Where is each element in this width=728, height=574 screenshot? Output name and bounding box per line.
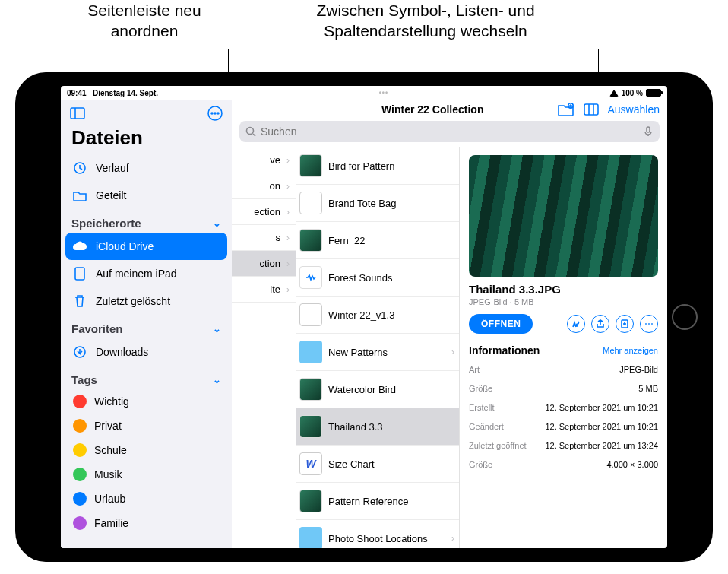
column-row[interactable]: s› bbox=[232, 225, 296, 251]
more-button[interactable]: ⋯ bbox=[640, 315, 658, 333]
file-preview[interactable] bbox=[469, 155, 658, 277]
battery-percent: 100 % bbox=[622, 89, 643, 97]
column-row[interactable]: Watercolor Bird bbox=[296, 371, 459, 408]
more-options-button[interactable] bbox=[206, 104, 224, 122]
row-label: ction bbox=[235, 258, 280, 269]
svg-line-16 bbox=[253, 134, 255, 136]
column-row[interactable]: ction› bbox=[232, 251, 296, 277]
sidebar-item-shared[interactable]: Geteilt bbox=[61, 182, 232, 209]
row-label: Bird for Pattern bbox=[328, 160, 454, 172]
mic-icon[interactable] bbox=[643, 126, 654, 137]
search-icon bbox=[245, 126, 256, 137]
chevron-right-icon: › bbox=[286, 233, 290, 243]
tag-label: Wichtig bbox=[94, 395, 129, 408]
sidebar-item-icloud-drive[interactable]: iCloud Drive bbox=[65, 233, 227, 260]
image-thumb bbox=[299, 229, 322, 252]
ipad-icon bbox=[71, 265, 88, 282]
row-label: ve bbox=[235, 154, 280, 166]
multitask-dots[interactable]: ••• bbox=[379, 89, 388, 97]
callout-sidebar-reorder: Seitenleiste neu anordnen bbox=[57, 0, 232, 42]
info-value: 4.000 × 3.000 bbox=[606, 460, 658, 469]
info-value: 5 MB bbox=[638, 384, 658, 393]
info-key: Art bbox=[469, 365, 480, 374]
row-label: ite bbox=[235, 284, 280, 295]
column-row[interactable]: Winter 22_v1.3 bbox=[296, 297, 459, 334]
tag-color-dot bbox=[73, 443, 87, 457]
sidebar-tag-item[interactable]: Wichtig bbox=[61, 389, 232, 414]
section-header-tags[interactable]: Tags ⌄ bbox=[61, 366, 232, 389]
row-label: Size Chart bbox=[328, 458, 454, 470]
info-key: Größe bbox=[469, 460, 492, 469]
new-folder-button[interactable] bbox=[558, 103, 574, 116]
sidebar-tag-item[interactable]: Urlaub bbox=[61, 487, 232, 511]
svg-point-3 bbox=[211, 113, 213, 114]
column-1: ve›on›ection›s›ction›ite› bbox=[232, 147, 296, 548]
sidebar-toggle-button[interactable] bbox=[68, 104, 87, 122]
row-label: Photo Shoot Locations bbox=[328, 533, 445, 544]
column-row[interactable]: Fern_22 bbox=[296, 222, 459, 259]
sidebar-item-recents[interactable]: Verlauf bbox=[61, 154, 232, 182]
row-label: Pattern Reference bbox=[328, 496, 454, 507]
battery-icon bbox=[646, 89, 661, 97]
info-title: Informationen bbox=[469, 344, 540, 357]
sidebar-item-trash[interactable]: Zuletzt gelöscht bbox=[61, 287, 232, 315]
info-value: 12. September 2021 um 13:24 bbox=[545, 441, 658, 450]
column-row[interactable]: Bird for Pattern bbox=[296, 147, 459, 185]
column-row[interactable]: Photo Shoot Locations› bbox=[296, 520, 459, 548]
section-label: Tags bbox=[71, 373, 97, 386]
sidebar-tag-item[interactable]: Schule bbox=[61, 438, 232, 462]
info-key: Erstellt bbox=[469, 403, 495, 412]
section-header-favorites[interactable]: Favoriten ⌄ bbox=[61, 315, 232, 338]
home-button[interactable] bbox=[672, 304, 698, 330]
show-more-link[interactable]: Mehr anzeigen bbox=[603, 346, 658, 355]
svg-rect-17 bbox=[647, 127, 650, 132]
column-row[interactable]: ite› bbox=[232, 277, 296, 303]
sidebar-title: Dateien bbox=[61, 125, 232, 154]
doc-icon bbox=[299, 192, 322, 214]
share-button[interactable] bbox=[591, 315, 609, 333]
select-button[interactable]: Auswählen bbox=[608, 103, 660, 116]
sidebar-item-label: Verlauf bbox=[96, 162, 129, 174]
column-row[interactable]: Forest Sounds bbox=[296, 259, 459, 297]
chevron-right-icon: › bbox=[286, 155, 290, 166]
row-label: Brand Tote Bag bbox=[328, 198, 454, 209]
column-row[interactable]: Pattern Reference bbox=[296, 483, 459, 520]
ipad-frame: 09:41 Dienstag 14. Sept. ••• 100 % bbox=[15, 72, 713, 562]
column-row[interactable]: New Patterns› bbox=[296, 334, 459, 371]
sidebar-item-label: iCloud Drive bbox=[96, 240, 154, 252]
sidebar-tag-item[interactable]: Privat bbox=[61, 414, 232, 438]
shared-folder-icon bbox=[71, 187, 88, 204]
chevron-right-icon: › bbox=[286, 284, 290, 295]
section-header-locations[interactable]: Speicherorte ⌄ bbox=[61, 209, 232, 233]
tag-button[interactable] bbox=[616, 315, 634, 333]
clock-icon bbox=[71, 160, 88, 176]
detail-filename: Thailand 3.3.JPG bbox=[469, 283, 658, 296]
column-row[interactable]: ection› bbox=[232, 199, 296, 225]
sidebar-tag-item[interactable]: Musik bbox=[61, 462, 232, 487]
sidebar-item-label: Downloads bbox=[96, 346, 148, 358]
column-row[interactable]: WSize Chart bbox=[296, 446, 459, 483]
column-row[interactable]: ve› bbox=[232, 147, 296, 173]
view-mode-button[interactable] bbox=[584, 103, 599, 116]
row-label: Winter 22_v1.3 bbox=[328, 309, 454, 321]
chevron-right-icon: › bbox=[286, 181, 290, 192]
chevron-right-icon: › bbox=[286, 258, 290, 269]
wifi-icon bbox=[609, 90, 619, 97]
search-input[interactable] bbox=[261, 125, 638, 138]
info-key: Geändert bbox=[469, 422, 504, 431]
column-row[interactable]: Thailand 3.3 bbox=[296, 408, 459, 446]
tag-color-dot bbox=[73, 516, 87, 530]
chevron-right-icon: › bbox=[451, 533, 454, 544]
column-row[interactable]: Brand Tote Bag bbox=[296, 185, 459, 222]
sidebar-item-on-ipad[interactable]: Auf meinem iPad bbox=[61, 260, 232, 287]
row-label: Forest Sounds bbox=[328, 272, 454, 284]
markup-button[interactable] bbox=[567, 315, 585, 333]
sidebar-tag-item[interactable]: Familie bbox=[61, 511, 232, 535]
search-field[interactable] bbox=[239, 121, 660, 142]
open-button[interactable]: ÖFFNEN bbox=[469, 314, 533, 334]
info-value: 12. September 2021 um 10:21 bbox=[545, 422, 658, 431]
sidebar-item-downloads[interactable]: Downloads bbox=[61, 338, 232, 366]
sidebar-item-label: Auf meinem iPad bbox=[96, 268, 177, 280]
tag-color-dot bbox=[73, 395, 87, 408]
column-row[interactable]: on› bbox=[232, 173, 296, 199]
